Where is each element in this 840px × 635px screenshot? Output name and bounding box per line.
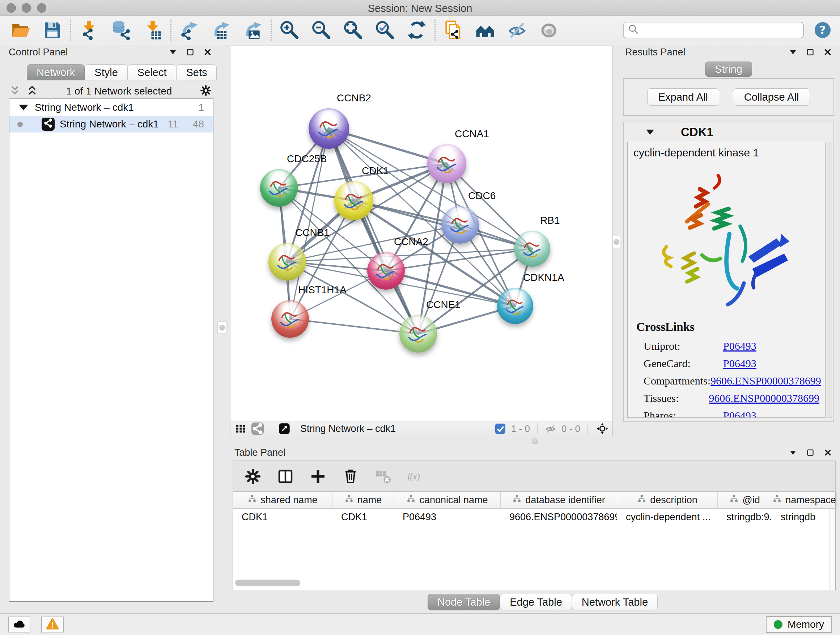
node-CDC6[interactable] [441,206,479,244]
crosslink-row: Tissues:9606.ENSP00000378699 [633,390,819,407]
search-input[interactable] [639,23,799,37]
crosslink-link[interactable]: 9606.ENSP00000378699 [711,375,821,387]
search-box[interactable] [623,22,804,38]
results-section-header[interactable]: CDK1 [624,122,834,142]
panel-close-icon[interactable] [823,48,832,57]
column-header-namespace[interactable]: namespace [772,492,837,508]
node-CCNB1[interactable] [268,243,306,280]
clone-network-button[interactable] [441,18,465,42]
import-table-file-button[interactable] [141,18,164,42]
collapse-all-icon[interactable] [9,84,21,98]
birdseye-toggle-icon[interactable] [597,423,608,434]
grid-view-icon[interactable] [235,423,246,434]
memory-button[interactable]: Memory [766,616,832,633]
node-HIST1H1A[interactable] [271,300,309,338]
table-add-icon [309,468,326,485]
tab-sets[interactable]: Sets [176,65,217,80]
expand-all-button[interactable]: Expand All [647,88,719,106]
import-network-file-button[interactable] [77,18,101,42]
zoom-selected-button[interactable] [373,18,397,42]
crosslink-link[interactable]: P06493 [723,340,756,352]
network-share-icon[interactable] [251,423,264,435]
table-fx-button[interactable]: f(x) [405,466,434,486]
panel-menu-icon[interactable] [169,48,177,57]
node-CCNE1[interactable] [399,315,437,353]
node-RB1[interactable] [514,231,550,267]
node-CDK1[interactable] [334,181,373,220]
table-gear-button[interactable] [242,466,263,486]
column-header-database-identifier[interactable]: database identifier [501,492,617,508]
table-vertical-scrollbar[interactable] [829,509,835,590]
apply-layout-button[interactable] [405,18,429,42]
import-network-database-button[interactable] [109,18,133,42]
crosslink-link[interactable]: 9606.ENSP00000378699 [709,392,819,404]
column-header-shared-name[interactable]: shared name [233,492,332,508]
panel-close-icon[interactable] [823,448,832,457]
panel-float-icon[interactable] [806,48,815,57]
bottom-splitter-handle[interactable] [532,438,538,444]
tab-network[interactable]: Network [27,65,85,80]
tab-string[interactable]: String [705,62,752,77]
export-image-button[interactable] [241,18,265,42]
node-label-CCNB1: CCNB1 [295,227,330,239]
tab-select[interactable]: Select [128,65,177,80]
selected-checkbox-icon[interactable] [494,423,506,434]
external-link-icon[interactable] [279,423,290,434]
left-splitter-handle[interactable] [218,321,227,334]
collapse-all-button[interactable]: Collapse All [733,88,810,106]
section-collapse-icon[interactable] [646,130,654,135]
export-network-button[interactable] [177,18,201,42]
results-scrollbar[interactable] [827,142,832,418]
panel-menu-icon[interactable] [789,48,797,57]
cloud-button[interactable] [8,616,30,632]
panel-close-icon[interactable] [203,48,212,57]
network-canvas[interactable]: CCNB2 CCNA1 CDC25B CDK1 CDC6 RB1 CCNB1 C… [231,46,613,421]
export-network-icon [179,20,199,40]
tab-style[interactable]: Style [85,65,127,80]
table-panel-title: Table Panel [234,447,286,458]
crosslink-link[interactable]: P06493 [723,357,756,370]
panel-menu-icon[interactable] [789,448,797,457]
column-header-description[interactable]: description [617,492,718,508]
zoom-out-button[interactable] [309,18,333,42]
hidden-eye-icon[interactable] [545,423,556,434]
tab-network-table[interactable]: Network Table [572,594,658,610]
crosslink-link[interactable]: P06493 [723,409,756,418]
zoom-in-button[interactable] [278,18,302,42]
open-session-button[interactable] [9,18,33,42]
node-CCNA2[interactable] [367,252,405,290]
network-options-gear-icon[interactable] [200,84,212,98]
column-header-name[interactable]: name [332,492,394,508]
node-CDKN1A[interactable] [497,288,533,324]
zoom-fit-button[interactable] [341,18,365,42]
table-delete-button[interactable] [373,466,393,486]
show-all-button[interactable] [537,18,561,42]
node-CCNB2[interactable] [309,108,349,149]
collection-expander-icon[interactable] [19,105,28,111]
table-add-button[interactable] [308,466,328,486]
warnings-button[interactable] [41,616,64,632]
help-button[interactable]: ? [814,21,831,39]
node-label-CCNB2: CCNB2 [337,92,371,104]
save-session-button[interactable] [41,18,65,42]
network-row[interactable]: String Network – cdk1 11 48 [9,116,213,133]
node-label-CCNE1: CCNE1 [426,299,461,310]
panel-float-icon[interactable] [806,448,815,457]
node-CCNA1[interactable] [427,144,466,183]
panel-float-icon[interactable] [186,48,195,57]
network-collection-row[interactable]: String Network – cdk1 1 [9,99,213,116]
table-delete-row-button[interactable] [340,466,360,486]
node-CDC25B[interactable] [260,169,298,207]
tab-node-table[interactable]: Node Table [428,594,500,610]
tab-edge-table[interactable]: Edge Table [500,594,572,610]
expand-all-icon[interactable] [26,84,38,98]
column-header-canonical-name[interactable]: canonical name [394,492,501,508]
column-header--id[interactable]: @id [718,492,772,508]
table-row[interactable]: CDK1CDK1P064939606.ENSP00000378699cyclin… [233,509,835,525]
export-table-button[interactable] [209,18,233,42]
table-horizontal-scrollbar[interactable] [235,580,836,587]
first-neighbors-button[interactable] [473,18,497,42]
hide-selected-button[interactable] [505,18,529,42]
table-columns-button[interactable] [275,466,295,486]
scrollbar-thumb[interactable] [235,580,300,586]
